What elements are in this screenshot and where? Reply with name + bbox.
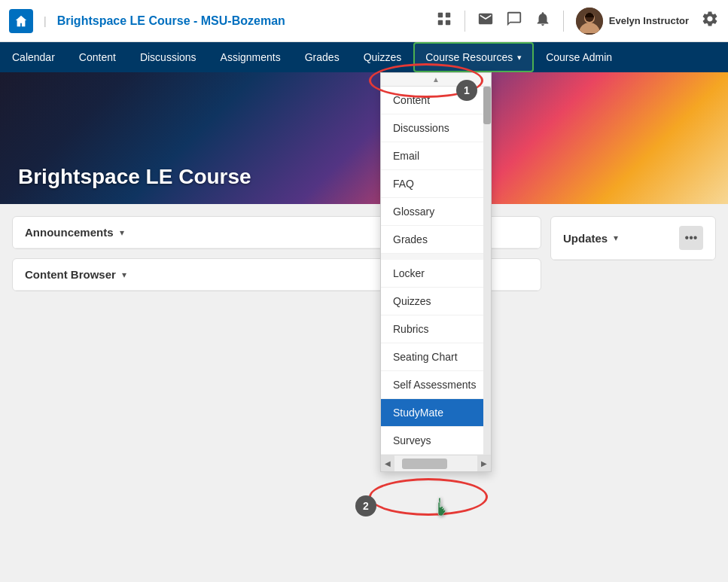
icon-separator — [465, 11, 465, 32]
avatar — [576, 8, 603, 35]
scroll-left-button[interactable]: ◀ — [381, 456, 394, 471]
updates-header: Updates ▾ ••• — [551, 217, 715, 260]
content-browser-title: Content Browser — [25, 268, 116, 281]
nav-calendar[interactable]: Calendar — [0, 42, 67, 72]
announcements-title: Announcements — [25, 226, 114, 239]
nav-course-resources[interactable]: Course Resources ▾ — [413, 42, 534, 72]
message-icon[interactable] — [477, 11, 494, 31]
nav-content[interactable]: Content — [67, 42, 128, 72]
dropdown-item-discussions[interactable]: Discussions — [381, 114, 491, 142]
updates-widget: Updates ▾ ••• — [550, 216, 716, 261]
dropdown-item-glossary[interactable]: Glossary — [381, 198, 491, 226]
announcements-caret: ▾ — [120, 227, 124, 238]
nav-discussions[interactable]: Discussions — [128, 42, 209, 72]
svg-rect-1 — [446, 13, 450, 17]
separator: | — [44, 15, 47, 27]
user-name: Evelyn Instructor — [609, 15, 689, 26]
dropdown-item-locker[interactable]: Locker — [381, 260, 491, 288]
top-bar-icons: Evelyn Instructor — [436, 8, 719, 35]
step-2-indicator: 2 — [355, 495, 376, 516]
scroll-right-button[interactable]: ▶ — [477, 456, 491, 471]
nav-course-admin[interactable]: Course Admin — [534, 42, 624, 72]
course-resources-dropdown: ▲ Content Discussions Email FAQ Glossary… — [380, 72, 492, 472]
dropdown-divider — [381, 254, 491, 260]
svg-rect-3 — [446, 20, 450, 25]
home-button[interactable] — [9, 9, 33, 33]
main-content: Announcements ▾ Content Browser ▾ Update… — [0, 204, 728, 303]
dropdown-item-studymate[interactable]: StudyMate — [381, 399, 491, 427]
right-column: Updates ▾ ••• — [550, 216, 716, 291]
scroll-thumb — [402, 459, 447, 469]
dropdown-item-email[interactable]: Email — [381, 142, 491, 170]
nav-bar: Calendar Content Discussions Assignments… — [0, 42, 728, 72]
content-browser-caret: ▾ — [122, 270, 126, 280]
icon-separator-2 — [563, 11, 564, 32]
bell-icon[interactable] — [535, 11, 551, 31]
dropdown-bottom-scroll: ◀ ▶ — [381, 455, 491, 471]
nav-grades[interactable]: Grades — [293, 42, 352, 72]
chat-icon[interactable] — [506, 11, 522, 31]
user-avatar-area[interactable]: Evelyn Instructor — [576, 8, 689, 35]
svg-rect-2 — [438, 20, 443, 25]
nav-course-resources-caret: ▾ — [517, 53, 522, 62]
svg-rect-0 — [438, 13, 443, 17]
step-1-indicator: 1 — [456, 80, 477, 101]
nav-assignments[interactable]: Assignments — [209, 42, 293, 72]
dropdown-item-grades[interactable]: Grades — [381, 226, 491, 254]
grid-icon[interactable] — [436, 11, 452, 31]
updates-caret: ▾ — [614, 233, 618, 243]
updates-title: Updates — [563, 232, 608, 245]
dropdown-item-rubrics[interactable]: Rubrics — [381, 315, 491, 343]
dropdown-item-self-assessments[interactable]: Self Assessments — [381, 371, 491, 399]
updates-menu-button[interactable]: ••• — [679, 226, 703, 250]
scroll-track — [394, 456, 477, 471]
dropdown-item-surveys[interactable]: Surveys — [381, 427, 491, 455]
three-dots-icon: ••• — [685, 231, 698, 245]
hero-banner: Brightspace LE Course — [0, 72, 728, 204]
top-bar: | Brightspace LE Course - MSU-Bozeman — [0, 0, 728, 42]
dropdown-item-quizzes[interactable]: Quizzes — [381, 288, 491, 315]
settings-icon[interactable] — [701, 10, 719, 32]
hero-title: Brightspace LE Course — [18, 165, 251, 189]
step-2-circle — [369, 478, 488, 516]
dropdown-item-faq[interactable]: FAQ — [381, 170, 491, 198]
page-title: Brightspace LE Course - MSU-Bozeman — [57, 14, 428, 28]
nav-course-resources-label: Course Resources — [425, 51, 513, 63]
nav-quizzes[interactable]: Quizzes — [352, 42, 414, 72]
dropdown-item-seating-chart[interactable]: Seating Chart — [381, 343, 491, 371]
cursor — [433, 497, 454, 523]
